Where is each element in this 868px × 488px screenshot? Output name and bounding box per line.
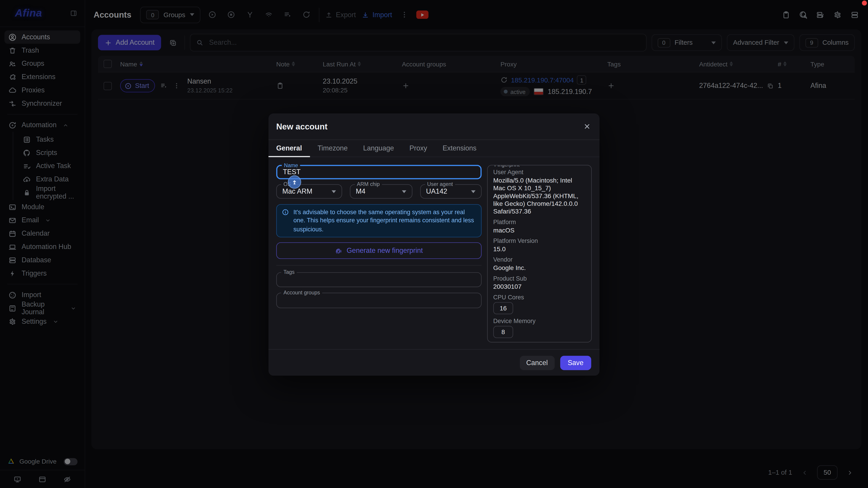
fp-product-sub-value: 20030107 — [493, 283, 586, 291]
user-agent-select-value: UA142 — [426, 188, 447, 195]
tags-field[interactable]: Tags — [276, 272, 482, 287]
generate-fingerprint-button[interactable]: Generate new fingerprint — [276, 242, 482, 259]
account-groups-field-label: Account groups — [281, 289, 322, 295]
fp-user-agent-label: User Agent — [493, 169, 586, 175]
arm-chip-select[interactable]: ARM chip M4 — [350, 184, 412, 199]
modal-tabs: General Timezone Language Proxy Extensio… — [269, 139, 599, 157]
arm-chip-select-value: M4 — [356, 188, 366, 195]
arrow-up-icon — [291, 179, 298, 185]
tab-extensions[interactable]: Extensions — [435, 140, 484, 157]
fingerprint-icon — [335, 247, 342, 254]
tab-language[interactable]: Language — [355, 140, 402, 157]
fp-vendor-value: Google Inc. — [493, 264, 586, 271]
cancel-button[interactable]: Cancel — [520, 355, 555, 370]
chevron-down-icon — [402, 190, 406, 193]
fp-cpu-cores-label: CPU Cores — [493, 294, 586, 300]
fingerprint-column: Fingerprint User Agent Mozilla/5.0 (Maci… — [487, 165, 592, 343]
fp-user-agent-value: Mozilla/5.0 (Macintosh; Intel Mac OS X 1… — [493, 176, 586, 215]
form-divider — [276, 265, 482, 265]
app-viewport: Afina Accounts Trash Groups Extensions — [0, 0, 868, 488]
os-select[interactable]: OS Mac ARM — [276, 184, 342, 199]
fp-platform-version-label: Platform Version — [493, 237, 586, 244]
fp-vendor-label: Vendor — [493, 256, 586, 263]
fp-platform-version-value: 15.0 — [493, 245, 586, 253]
fp-cpu-cores-input[interactable]: 16 — [493, 302, 513, 314]
chevron-down-icon — [471, 190, 475, 193]
modal-title: New account — [276, 122, 328, 131]
os-info-alert: It's advisable to choose the same operat… — [276, 204, 482, 237]
tab-timezone[interactable]: Timezone — [310, 140, 355, 157]
user-agent-select-label: User agent — [425, 181, 455, 187]
fingerprint-legend: Fingerprint — [492, 165, 522, 168]
os-select-value: Mac ARM — [282, 188, 312, 195]
name-input[interactable] — [283, 168, 475, 176]
modal-form-column: Name OS Mac ARM ARM chip M4 — [276, 165, 482, 343]
chevron-down-icon — [331, 190, 336, 193]
arm-chip-select-label: ARM chip — [355, 181, 382, 187]
modal-footer: Cancel Save — [269, 349, 599, 376]
account-groups-field[interactable]: Account groups — [276, 293, 482, 308]
tab-general[interactable]: General — [269, 140, 310, 157]
notification-dot — [862, 0, 867, 5]
fp-device-memory-label: Device Memory — [493, 318, 586, 324]
modal-header: New account — [269, 113, 599, 139]
fp-brand-label: Brand — [493, 341, 586, 343]
modal-body: Name OS Mac ARM ARM chip M4 — [269, 157, 599, 343]
close-icon — [583, 122, 591, 130]
fp-platform-value: macOS — [493, 226, 586, 234]
os-info-text: It's advisable to choose the same operat… — [293, 208, 476, 234]
tab-proxy[interactable]: Proxy — [402, 140, 435, 157]
name-field[interactable]: Name — [276, 165, 482, 180]
cursor-up-arrow-badge — [288, 175, 301, 189]
fp-device-memory-input[interactable]: 8 — [493, 326, 513, 338]
save-button[interactable]: Save — [560, 355, 591, 370]
tags-field-label: Tags — [281, 269, 297, 275]
fp-platform-label: Platform — [493, 219, 586, 225]
new-account-modal: New account General Timezone Language Pr… — [269, 113, 599, 376]
fp-product-sub-label: Product Sub — [493, 275, 586, 282]
fingerprint-panel: Fingerprint User Agent Mozilla/5.0 (Maci… — [487, 165, 592, 343]
name-field-label: Name — [282, 162, 301, 168]
user-agent-select[interactable]: User agent UA142 — [420, 184, 482, 199]
generate-fingerprint-label: Generate new fingerprint — [347, 247, 423, 255]
close-button[interactable] — [583, 122, 592, 131]
info-icon — [282, 208, 289, 216]
fingerprint-selects-row: OS Mac ARM ARM chip M4 User agent UA142 — [276, 184, 482, 199]
